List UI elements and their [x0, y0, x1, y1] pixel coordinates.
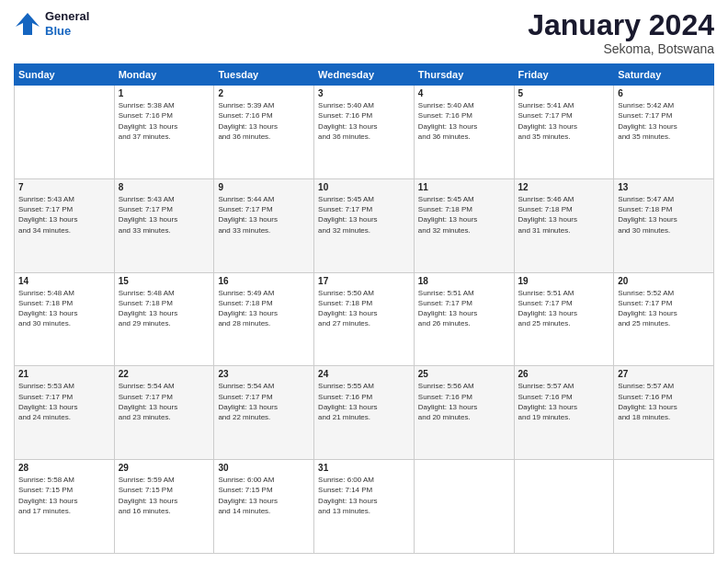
- calendar-cell: 6Sunrise: 5:42 AMSunset: 7:17 PMDaylight…: [614, 86, 714, 179]
- header: General Blue January 2024 Sekoma, Botswa…: [14, 9, 714, 56]
- day-number: 28: [18, 463, 110, 473]
- day-number: 2: [218, 88, 310, 98]
- calendar-header: SundayMondayTuesdayWednesdayThursdayFrid…: [15, 64, 714, 86]
- calendar-cell: [514, 460, 614, 554]
- cell-content: Sunrise: 5:46 AMSunset: 7:18 PMDaylight:…: [518, 194, 610, 236]
- cell-content: Sunrise: 5:56 AMSunset: 7:16 PMDaylight:…: [418, 381, 510, 422]
- calendar-cell: 1Sunrise: 5:38 AMSunset: 7:16 PMDaylight…: [114, 86, 214, 179]
- calendar-cell: 3Sunrise: 5:40 AMSunset: 7:16 PMDaylight…: [314, 86, 415, 179]
- cell-content: Sunrise: 5:51 AMSunset: 7:17 PMDaylight:…: [518, 288, 610, 329]
- cell-content: Sunrise: 5:47 AMSunset: 7:18 PMDaylight:…: [618, 194, 710, 236]
- calendar-week-2: 14Sunrise: 5:48 AMSunset: 7:18 PMDayligh…: [15, 272, 714, 366]
- day-number: 31: [318, 463, 410, 473]
- weekday-header-thursday: Thursday: [414, 64, 514, 86]
- calendar-cell: 30Sunrise: 6:00 AMSunset: 7:15 PMDayligh…: [214, 460, 314, 554]
- logo-line2: Blue: [45, 24, 89, 39]
- cell-content: Sunrise: 5:43 AMSunset: 7:17 PMDaylight:…: [119, 194, 210, 236]
- calendar-cell: [15, 86, 115, 179]
- calendar-cell: 11Sunrise: 5:45 AMSunset: 7:18 PMDayligh…: [414, 178, 514, 272]
- weekday-header-sunday: Sunday: [15, 64, 115, 86]
- cell-content: Sunrise: 5:40 AMSunset: 7:16 PMDaylight:…: [418, 100, 510, 142]
- cell-content: Sunrise: 5:59 AMSunset: 7:15 PMDaylight:…: [119, 475, 210, 516]
- cell-content: Sunrise: 5:55 AMSunset: 7:16 PMDaylight:…: [318, 381, 410, 422]
- location: Sekoma, Botswana: [528, 41, 714, 56]
- day-number: 25: [418, 369, 510, 379]
- day-number: 20: [618, 276, 710, 286]
- calendar-cell: 29Sunrise: 5:59 AMSunset: 7:15 PMDayligh…: [114, 460, 214, 554]
- day-number: 17: [318, 276, 410, 286]
- day-number: 11: [418, 182, 510, 192]
- calendar-cell: 18Sunrise: 5:51 AMSunset: 7:17 PMDayligh…: [414, 272, 514, 366]
- cell-content: Sunrise: 5:50 AMSunset: 7:18 PMDaylight:…: [318, 288, 410, 329]
- calendar-cell: 15Sunrise: 5:48 AMSunset: 7:18 PMDayligh…: [114, 272, 214, 366]
- cell-content: Sunrise: 5:45 AMSunset: 7:18 PMDaylight:…: [418, 194, 510, 236]
- weekday-header-saturday: Saturday: [614, 64, 714, 86]
- weekday-header-monday: Monday: [114, 64, 214, 86]
- cell-content: Sunrise: 5:45 AMSunset: 7:17 PMDaylight:…: [318, 194, 410, 236]
- day-number: 13: [618, 182, 710, 192]
- calendar-week-4: 28Sunrise: 5:58 AMSunset: 7:15 PMDayligh…: [15, 460, 714, 554]
- page: General Blue January 2024 Sekoma, Botswa…: [0, 0, 728, 563]
- calendar-cell: 5Sunrise: 5:41 AMSunset: 7:17 PMDaylight…: [514, 86, 614, 179]
- calendar-table: SundayMondayTuesdayWednesdayThursdayFrid…: [14, 63, 714, 554]
- cell-content: Sunrise: 5:53 AMSunset: 7:17 PMDaylight:…: [18, 381, 110, 422]
- calendar-cell: 20Sunrise: 5:52 AMSunset: 7:17 PMDayligh…: [614, 272, 714, 366]
- cell-content: Sunrise: 5:41 AMSunset: 7:17 PMDaylight:…: [518, 100, 610, 142]
- weekday-row: SundayMondayTuesdayWednesdayThursdayFrid…: [15, 64, 714, 86]
- weekday-header-friday: Friday: [514, 64, 614, 86]
- title-block: January 2024 Sekoma, Botswana: [528, 9, 714, 56]
- day-number: 23: [218, 369, 310, 379]
- day-number: 5: [518, 88, 610, 98]
- weekday-header-wednesday: Wednesday: [314, 64, 415, 86]
- calendar-cell: 19Sunrise: 5:51 AMSunset: 7:17 PMDayligh…: [514, 272, 614, 366]
- calendar-cell: [414, 460, 514, 554]
- cell-content: Sunrise: 5:38 AMSunset: 7:16 PMDaylight:…: [119, 100, 210, 142]
- day-number: 21: [18, 369, 110, 379]
- calendar-cell: 7Sunrise: 5:43 AMSunset: 7:17 PMDaylight…: [15, 178, 115, 272]
- calendar-cell: 4Sunrise: 5:40 AMSunset: 7:16 PMDaylight…: [414, 86, 514, 179]
- day-number: 19: [518, 276, 610, 286]
- cell-content: Sunrise: 5:54 AMSunset: 7:17 PMDaylight:…: [218, 381, 310, 422]
- cell-content: Sunrise: 5:42 AMSunset: 7:17 PMDaylight:…: [618, 100, 710, 142]
- cell-content: Sunrise: 6:00 AMSunset: 7:14 PMDaylight:…: [318, 475, 410, 516]
- day-number: 24: [318, 369, 410, 379]
- cell-content: Sunrise: 5:52 AMSunset: 7:17 PMDaylight:…: [618, 288, 710, 329]
- calendar-week-3: 21Sunrise: 5:53 AMSunset: 7:17 PMDayligh…: [15, 366, 714, 460]
- day-number: 18: [418, 276, 510, 286]
- logo-text: General Blue: [45, 9, 89, 38]
- calendar-cell: 23Sunrise: 5:54 AMSunset: 7:17 PMDayligh…: [214, 366, 314, 460]
- cell-content: Sunrise: 5:54 AMSunset: 7:17 PMDaylight:…: [119, 381, 210, 422]
- day-number: 4: [418, 88, 510, 98]
- cell-content: Sunrise: 5:44 AMSunset: 7:17 PMDaylight:…: [218, 194, 310, 236]
- calendar-cell: 28Sunrise: 5:58 AMSunset: 7:15 PMDayligh…: [15, 460, 115, 554]
- cell-content: Sunrise: 5:39 AMSunset: 7:16 PMDaylight:…: [218, 100, 310, 142]
- calendar-body: 1Sunrise: 5:38 AMSunset: 7:16 PMDaylight…: [15, 86, 714, 554]
- calendar-cell: 10Sunrise: 5:45 AMSunset: 7:17 PMDayligh…: [314, 178, 415, 272]
- cell-content: Sunrise: 5:57 AMSunset: 7:16 PMDaylight:…: [618, 381, 710, 422]
- logo: General Blue: [14, 9, 89, 38]
- calendar-cell: 17Sunrise: 5:50 AMSunset: 7:18 PMDayligh…: [314, 272, 415, 366]
- cell-content: Sunrise: 5:57 AMSunset: 7:16 PMDaylight:…: [518, 381, 610, 422]
- weekday-header-tuesday: Tuesday: [214, 64, 314, 86]
- calendar-cell: 25Sunrise: 5:56 AMSunset: 7:16 PMDayligh…: [414, 366, 514, 460]
- day-number: 1: [119, 88, 210, 98]
- day-number: 12: [518, 182, 610, 192]
- day-number: 7: [18, 182, 110, 192]
- day-number: 22: [119, 369, 210, 379]
- day-number: 30: [218, 463, 310, 473]
- day-number: 29: [119, 463, 210, 473]
- cell-content: Sunrise: 5:48 AMSunset: 7:18 PMDaylight:…: [119, 288, 210, 329]
- calendar-week-1: 7Sunrise: 5:43 AMSunset: 7:17 PMDaylight…: [15, 178, 714, 272]
- calendar-cell: 14Sunrise: 5:48 AMSunset: 7:18 PMDayligh…: [15, 272, 115, 366]
- calendar-cell: 9Sunrise: 5:44 AMSunset: 7:17 PMDaylight…: [214, 178, 314, 272]
- calendar-cell: 13Sunrise: 5:47 AMSunset: 7:18 PMDayligh…: [614, 178, 714, 272]
- calendar-cell: 24Sunrise: 5:55 AMSunset: 7:16 PMDayligh…: [314, 366, 415, 460]
- calendar-cell: 27Sunrise: 5:57 AMSunset: 7:16 PMDayligh…: [614, 366, 714, 460]
- month-title: January 2024: [528, 9, 714, 41]
- day-number: 9: [218, 182, 310, 192]
- calendar-cell: 22Sunrise: 5:54 AMSunset: 7:17 PMDayligh…: [114, 366, 214, 460]
- day-number: 26: [518, 369, 610, 379]
- logo-icon: [14, 10, 41, 38]
- calendar-cell: 12Sunrise: 5:46 AMSunset: 7:18 PMDayligh…: [514, 178, 614, 272]
- calendar-cell: 31Sunrise: 6:00 AMSunset: 7:14 PMDayligh…: [314, 460, 415, 554]
